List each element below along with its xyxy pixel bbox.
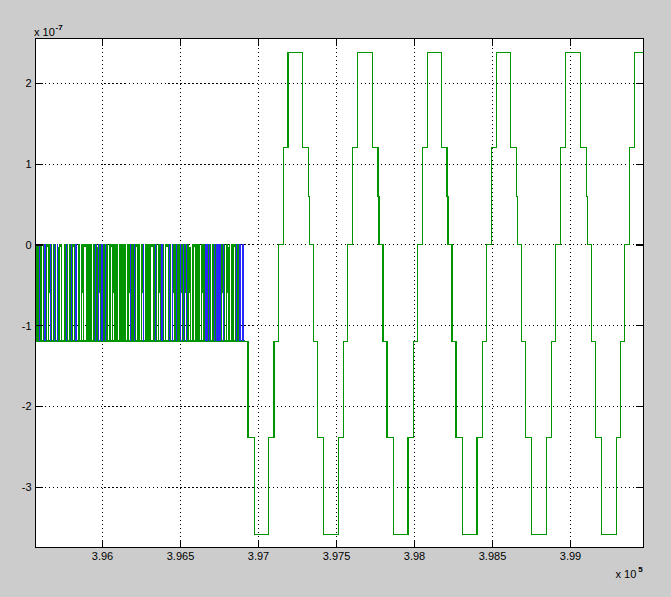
svg-text:-2: -2	[22, 400, 32, 412]
svg-text:3.99: 3.99	[560, 550, 581, 562]
svg-text:3.96: 3.96	[92, 550, 113, 562]
svg-text:3.965: 3.965	[167, 550, 195, 562]
svg-text:5: 5	[638, 565, 643, 574]
svg-text:0: 0	[25, 239, 31, 251]
svg-text:3.98: 3.98	[404, 550, 425, 562]
svg-text:3.985: 3.985	[479, 550, 507, 562]
svg-text:3.97: 3.97	[248, 550, 269, 562]
svg-text:x 10: x 10	[34, 26, 55, 38]
svg-text:-7: -7	[56, 23, 64, 32]
svg-text:1: 1	[25, 158, 31, 170]
svg-text:-1: -1	[22, 320, 32, 332]
svg-text:2: 2	[25, 77, 31, 89]
svg-text:3.975: 3.975	[323, 550, 351, 562]
svg-text:-3: -3	[22, 481, 32, 493]
svg-text:x 10: x 10	[616, 568, 637, 580]
